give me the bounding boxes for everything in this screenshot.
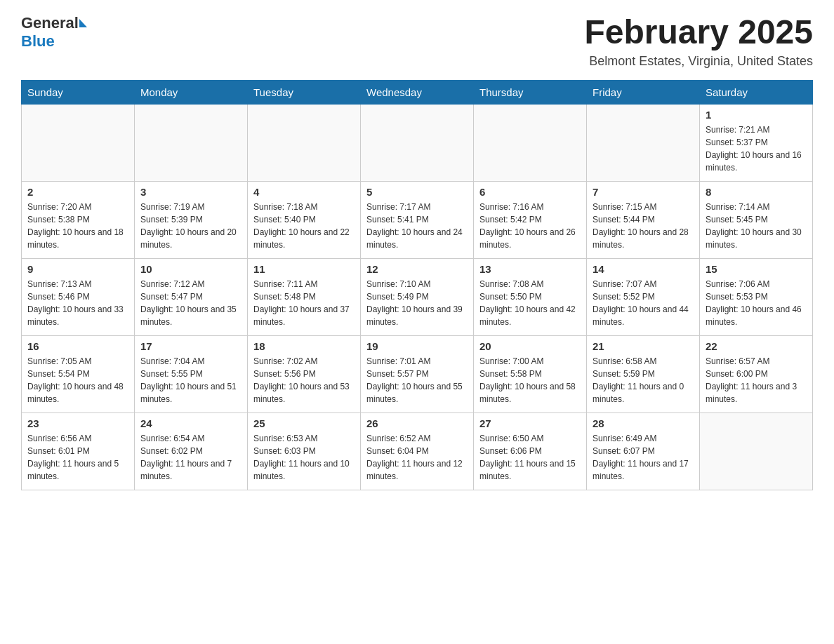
month-title: February 2025 <box>584 14 813 51</box>
table-row <box>474 104 587 181</box>
table-row: 14Sunrise: 7:07 AMSunset: 5:52 PMDayligh… <box>587 258 700 335</box>
table-row: 3Sunrise: 7:19 AMSunset: 5:39 PMDaylight… <box>135 181 248 258</box>
day-info: Sunrise: 6:49 AMSunset: 6:07 PMDaylight:… <box>593 432 694 483</box>
day-number: 13 <box>479 263 581 275</box>
col-monday: Monday <box>135 80 248 104</box>
col-thursday: Thursday <box>474 80 587 104</box>
day-number: 18 <box>253 340 355 352</box>
day-info: Sunrise: 7:08 AMSunset: 5:50 PMDaylight:… <box>479 278 581 328</box>
day-info: Sunrise: 6:56 AMSunset: 6:01 PMDaylight:… <box>27 432 128 483</box>
day-info: Sunrise: 7:12 AMSunset: 5:47 PMDaylight:… <box>140 278 241 328</box>
table-row <box>22 104 135 181</box>
table-row: 12Sunrise: 7:10 AMSunset: 5:49 PMDayligh… <box>361 258 474 335</box>
day-info: Sunrise: 7:16 AMSunset: 5:42 PMDaylight:… <box>479 201 581 251</box>
day-number: 27 <box>479 417 581 429</box>
table-row: 7Sunrise: 7:15 AMSunset: 5:44 PMDaylight… <box>587 181 700 258</box>
table-row: 18Sunrise: 7:02 AMSunset: 5:56 PMDayligh… <box>248 335 361 412</box>
table-row: 9Sunrise: 7:13 AMSunset: 5:46 PMDaylight… <box>22 258 135 335</box>
table-row <box>248 104 361 181</box>
day-number: 10 <box>140 263 241 275</box>
logo-blue-text: Blue <box>21 32 55 50</box>
day-info: Sunrise: 7:06 AMSunset: 5:53 PMDaylight:… <box>706 278 807 328</box>
table-row: 1Sunrise: 7:21 AMSunset: 5:37 PMDaylight… <box>700 104 813 181</box>
day-number: 16 <box>27 340 128 352</box>
day-info: Sunrise: 7:21 AMSunset: 5:37 PMDaylight:… <box>706 123 807 174</box>
table-row: 26Sunrise: 6:52 AMSunset: 6:04 PMDayligh… <box>361 412 474 490</box>
table-row: 23Sunrise: 6:56 AMSunset: 6:01 PMDayligh… <box>22 412 135 490</box>
logo-general-text: General <box>21 14 79 32</box>
calendar-week-row: 23Sunrise: 6:56 AMSunset: 6:01 PMDayligh… <box>22 412 813 490</box>
col-wednesday: Wednesday <box>361 80 474 104</box>
table-row <box>135 104 248 181</box>
day-info: Sunrise: 6:54 AMSunset: 6:02 PMDaylight:… <box>140 432 241 483</box>
calendar-week-row: 1Sunrise: 7:21 AMSunset: 5:37 PMDaylight… <box>22 104 813 181</box>
day-info: Sunrise: 6:57 AMSunset: 6:00 PMDaylight:… <box>706 355 807 405</box>
table-row <box>587 104 700 181</box>
table-row: 4Sunrise: 7:18 AMSunset: 5:40 PMDaylight… <box>248 181 361 258</box>
day-info: Sunrise: 7:19 AMSunset: 5:39 PMDaylight:… <box>140 201 241 251</box>
calendar-week-row: 9Sunrise: 7:13 AMSunset: 5:46 PMDaylight… <box>22 258 813 335</box>
day-info: Sunrise: 6:52 AMSunset: 6:04 PMDaylight:… <box>366 432 468 483</box>
table-row: 2Sunrise: 7:20 AMSunset: 5:38 PMDaylight… <box>22 181 135 258</box>
day-number: 2 <box>27 186 128 198</box>
day-number: 21 <box>593 340 694 352</box>
day-number: 14 <box>593 263 694 275</box>
table-row: 24Sunrise: 6:54 AMSunset: 6:02 PMDayligh… <box>135 412 248 490</box>
calendar-week-row: 2Sunrise: 7:20 AMSunset: 5:38 PMDaylight… <box>22 181 813 258</box>
day-info: Sunrise: 7:20 AMSunset: 5:38 PMDaylight:… <box>27 201 128 251</box>
table-row: 25Sunrise: 6:53 AMSunset: 6:03 PMDayligh… <box>248 412 361 490</box>
page-header: General Blue February 2025 Belmont Estat… <box>21 14 813 69</box>
day-info: Sunrise: 7:18 AMSunset: 5:40 PMDaylight:… <box>253 201 355 251</box>
table-row: 10Sunrise: 7:12 AMSunset: 5:47 PMDayligh… <box>135 258 248 335</box>
day-info: Sunrise: 7:00 AMSunset: 5:58 PMDaylight:… <box>479 355 581 405</box>
table-row: 8Sunrise: 7:14 AMSunset: 5:45 PMDaylight… <box>700 181 813 258</box>
day-info: Sunrise: 7:02 AMSunset: 5:56 PMDaylight:… <box>253 355 355 405</box>
day-number: 24 <box>140 417 241 429</box>
day-info: Sunrise: 7:17 AMSunset: 5:41 PMDaylight:… <box>366 201 468 251</box>
day-info: Sunrise: 7:14 AMSunset: 5:45 PMDaylight:… <box>706 201 807 251</box>
table-row: 20Sunrise: 7:00 AMSunset: 5:58 PMDayligh… <box>474 335 587 412</box>
day-number: 19 <box>366 340 468 352</box>
day-number: 8 <box>706 186 807 198</box>
col-sunday: Sunday <box>22 80 135 104</box>
day-info: Sunrise: 7:05 AMSunset: 5:54 PMDaylight:… <box>27 355 128 405</box>
day-info: Sunrise: 7:11 AMSunset: 5:48 PMDaylight:… <box>253 278 355 328</box>
table-row: 22Sunrise: 6:57 AMSunset: 6:00 PMDayligh… <box>700 335 813 412</box>
table-row: 19Sunrise: 7:01 AMSunset: 5:57 PMDayligh… <box>361 335 474 412</box>
location-subtitle: Belmont Estates, Virginia, United States <box>584 54 813 69</box>
table-row: 15Sunrise: 7:06 AMSunset: 5:53 PMDayligh… <box>700 258 813 335</box>
day-number: 9 <box>27 263 128 275</box>
table-row: 21Sunrise: 6:58 AMSunset: 5:59 PMDayligh… <box>587 335 700 412</box>
calendar-week-row: 16Sunrise: 7:05 AMSunset: 5:54 PMDayligh… <box>22 335 813 412</box>
day-info: Sunrise: 7:01 AMSunset: 5:57 PMDaylight:… <box>366 355 468 405</box>
day-number: 15 <box>706 263 807 275</box>
day-number: 20 <box>479 340 581 352</box>
day-info: Sunrise: 6:53 AMSunset: 6:03 PMDaylight:… <box>253 432 355 483</box>
day-number: 28 <box>593 417 694 429</box>
day-info: Sunrise: 7:07 AMSunset: 5:52 PMDaylight:… <box>593 278 694 328</box>
table-row: 16Sunrise: 7:05 AMSunset: 5:54 PMDayligh… <box>22 335 135 412</box>
day-number: 25 <box>253 417 355 429</box>
logo-arrow-icon <box>79 19 87 27</box>
logo: General Blue <box>21 14 87 51</box>
day-number: 17 <box>140 340 241 352</box>
day-number: 3 <box>140 186 241 198</box>
table-row <box>700 412 813 490</box>
day-info: Sunrise: 7:15 AMSunset: 5:44 PMDaylight:… <box>593 201 694 251</box>
day-number: 11 <box>253 263 355 275</box>
day-number: 12 <box>366 263 468 275</box>
col-friday: Friday <box>587 80 700 104</box>
col-tuesday: Tuesday <box>248 80 361 104</box>
col-saturday: Saturday <box>700 80 813 104</box>
calendar-header-row: Sunday Monday Tuesday Wednesday Thursday… <box>22 80 813 104</box>
day-number: 7 <box>593 186 694 198</box>
table-row: 17Sunrise: 7:04 AMSunset: 5:55 PMDayligh… <box>135 335 248 412</box>
day-info: Sunrise: 7:13 AMSunset: 5:46 PMDaylight:… <box>27 278 128 328</box>
day-info: Sunrise: 7:10 AMSunset: 5:49 PMDaylight:… <box>366 278 468 328</box>
table-row: 27Sunrise: 6:50 AMSunset: 6:06 PMDayligh… <box>474 412 587 490</box>
title-block: February 2025 Belmont Estates, Virginia,… <box>584 14 813 69</box>
day-info: Sunrise: 6:58 AMSunset: 5:59 PMDaylight:… <box>593 355 694 405</box>
table-row: 13Sunrise: 7:08 AMSunset: 5:50 PMDayligh… <box>474 258 587 335</box>
day-info: Sunrise: 6:50 AMSunset: 6:06 PMDaylight:… <box>479 432 581 483</box>
day-number: 5 <box>366 186 468 198</box>
